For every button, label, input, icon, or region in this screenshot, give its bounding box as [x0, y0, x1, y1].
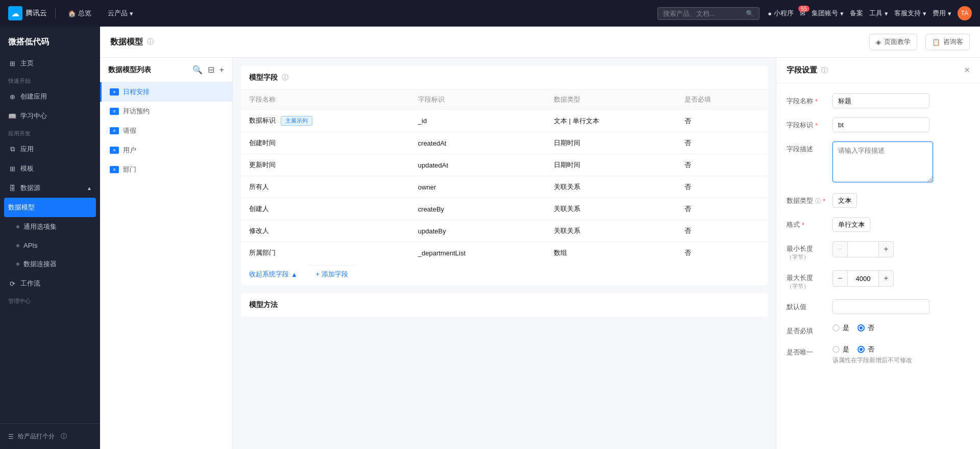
- unique-no-option[interactable]: 否: [857, 345, 874, 354]
- required-mark: *: [815, 98, 818, 105]
- table-row[interactable]: 所属部门 _departmentList 数组 否: [241, 242, 768, 264]
- plus-circle-icon: ⊕: [8, 92, 16, 101]
- consult-button[interactable]: 📋 咨询客: [925, 34, 970, 50]
- top-nav-right-section: ● 小程序 ✉ 55 集团账号 ▾ 备案 工具 ▾ 客服支持 ▾ 费用 ▾ TA: [768, 6, 972, 20]
- sidebar-item-template[interactable]: ⊞ 模板: [0, 159, 100, 178]
- home-nav-item[interactable]: 🏠 总览: [64, 7, 95, 20]
- field-required-cell: 否: [676, 198, 768, 220]
- unique-yes-option[interactable]: 是: [832, 345, 849, 354]
- format-select[interactable]: 单行文本: [832, 217, 870, 232]
- methods-title: 模型方法: [249, 300, 760, 310]
- field-desc-textarea[interactable]: [832, 141, 933, 182]
- table-row[interactable]: 数据标识 主展示列 _id 文本 | 单行文本 否: [241, 110, 768, 132]
- search-bar[interactable]: 🔍: [657, 7, 760, 20]
- sidebar-title: 微搭低代码: [0, 27, 100, 54]
- model-item-department[interactable]: ≡ 部门: [100, 160, 232, 179]
- expand-icon[interactable]: ⊟: [208, 65, 214, 75]
- chevron-down-icon: ▾: [948, 10, 951, 17]
- page-teach-button[interactable]: ◈ 页面教学: [869, 34, 917, 50]
- model-list-panel: 数据模型列表 🔍 ⊟ + ≡ 日程安排 ≡ 拜访预约 ≡: [100, 58, 233, 449]
- sidebar-item-workflow[interactable]: ⟳ 工作流: [0, 274, 100, 293]
- table-row[interactable]: 创建人 createBy 关联关系 否: [241, 198, 768, 220]
- search-input[interactable]: [663, 10, 743, 17]
- backup-nav-item[interactable]: 备案: [850, 9, 863, 18]
- sidebar-section-appdev: 应用开发: [0, 126, 100, 139]
- add-model-icon[interactable]: +: [219, 65, 224, 75]
- model-item-schedule[interactable]: ≡ 日程安排: [100, 82, 232, 102]
- miniapp-nav-item[interactable]: ● 小程序: [768, 9, 794, 18]
- field-name-cell: 更新时间: [241, 154, 410, 176]
- info-icon[interactable]: ⓘ: [821, 66, 828, 75]
- database-icon: 🗄: [8, 184, 16, 192]
- messages-nav-item[interactable]: ✉ 55: [800, 10, 805, 17]
- fields-card: 模型字段 ⓘ 字段名称 字段标识 数据类型 是否必填: [241, 66, 768, 285]
- sidebar-item-connector[interactable]: 数据连接器: [0, 254, 100, 274]
- dot-icon: [16, 263, 19, 266]
- sidebar-bottom-rate[interactable]: ☰ 给产品打个分 ⓘ: [0, 423, 100, 449]
- sidebar-item-home[interactable]: ⊞ 主页: [0, 54, 100, 73]
- field-name-cell: 创建时间: [241, 132, 410, 154]
- sidebar-item-app[interactable]: ⧉ 应用: [0, 139, 100, 159]
- field-name-row: 字段名称 *: [787, 93, 970, 108]
- account-nav-item[interactable]: 集团账号 ▾: [812, 9, 844, 18]
- model-item-leave[interactable]: ≡ 请假: [100, 121, 232, 140]
- content-body: 数据模型列表 🔍 ⊟ + ≡ 日程安排 ≡ 拜访预约 ≡: [100, 58, 980, 449]
- info-icon[interactable]: ⓘ: [815, 197, 821, 205]
- default-value-input[interactable]: [832, 299, 929, 314]
- required-radio-group: 是 否: [832, 323, 970, 333]
- table-row[interactable]: 修改人 updateBy 关联关系 否: [241, 220, 768, 242]
- chevron-down-icon: ▾: [130, 10, 133, 17]
- sidebar-item-learn[interactable]: 📖 学习中心: [0, 106, 100, 126]
- required-yes-option[interactable]: 是: [832, 323, 849, 333]
- sidebar-item-options[interactable]: 通用选项集: [0, 217, 100, 237]
- sidebar-item-data-model[interactable]: 数据模型: [4, 198, 96, 217]
- field-required-cell: 否: [676, 110, 768, 132]
- settings-body: 字段名称 * 字段标识 *: [776, 83, 980, 375]
- max-length-decrement-button[interactable]: −: [832, 270, 848, 287]
- close-button[interactable]: ×: [964, 65, 970, 76]
- col-header-name: 字段名称: [241, 90, 410, 110]
- field-id-content: [832, 117, 970, 132]
- settings-title: 字段设置: [787, 65, 817, 75]
- cost-nav-item[interactable]: 费用 ▾: [933, 9, 951, 18]
- model-item-visit[interactable]: ≡ 拜访预约: [100, 102, 232, 121]
- min-length-input[interactable]: [848, 241, 878, 257]
- add-field-link[interactable]: + 添加字段: [308, 265, 356, 283]
- max-length-increment-button[interactable]: +: [878, 270, 894, 287]
- info-icon[interactable]: ⓘ: [147, 37, 154, 46]
- collapse-fields-link[interactable]: 收起系统字段 ▲: [241, 264, 306, 285]
- format-label: 格式 *: [787, 217, 832, 229]
- field-id-cell: createdAt: [410, 132, 546, 154]
- sidebar-item-create-app[interactable]: ⊕ 创建应用: [0, 87, 100, 106]
- min-length-increment-button[interactable]: +: [878, 241, 894, 257]
- table-row[interactable]: 所有人 owner 关联关系 否: [241, 176, 768, 198]
- unique-hint: 该属性在字段新增后不可修改: [832, 356, 970, 365]
- field-id-input[interactable]: [832, 117, 929, 132]
- avatar[interactable]: TA: [958, 6, 972, 20]
- table-row[interactable]: 创建时间 createdAt 日期时间 否: [241, 132, 768, 154]
- menu-icon: ☰: [8, 433, 14, 440]
- unique-radio-group: 是 否: [832, 345, 970, 354]
- table-row[interactable]: 更新时间 updatedAt 日期时间 否: [241, 154, 768, 176]
- field-name-input[interactable]: [832, 93, 929, 108]
- info-icon[interactable]: ⓘ: [282, 73, 288, 82]
- max-length-input[interactable]: [848, 270, 878, 287]
- model-item-user[interactable]: ≡ 用户: [100, 140, 232, 160]
- field-desc-label: 字段描述: [787, 141, 832, 154]
- required-no-option[interactable]: 否: [857, 323, 874, 333]
- sidebar-item-apis[interactable]: APIs: [0, 237, 100, 254]
- field-type-cell: 关联关系: [546, 198, 676, 220]
- data-type-select[interactable]: 文本: [832, 193, 857, 208]
- search-icon[interactable]: 🔍: [192, 65, 203, 75]
- cloud-products-nav-item[interactable]: 云产品 ▾: [104, 7, 137, 20]
- field-desc-row: 字段描述: [787, 141, 970, 184]
- min-length-decrement-button[interactable]: −: [832, 241, 848, 257]
- model-detail-panel: 模型字段 ⓘ 字段名称 字段标识 数据类型 是否必填: [233, 58, 776, 449]
- logo[interactable]: ☁ 腾讯云: [8, 6, 47, 20]
- sidebar: 微搭低代码 ⊞ 主页 快速开始 ⊕ 创建应用 📖 学习中心 应用开发 ⧉ 应用 …: [0, 27, 100, 449]
- tools-nav-item[interactable]: 工具 ▾: [869, 9, 888, 18]
- support-nav-item[interactable]: 客服支持 ▾: [894, 9, 926, 18]
- field-required-cell: 否: [676, 154, 768, 176]
- sidebar-item-datasource[interactable]: 🗄 数据源 ▲: [0, 178, 100, 198]
- dot-icon: [16, 225, 19, 228]
